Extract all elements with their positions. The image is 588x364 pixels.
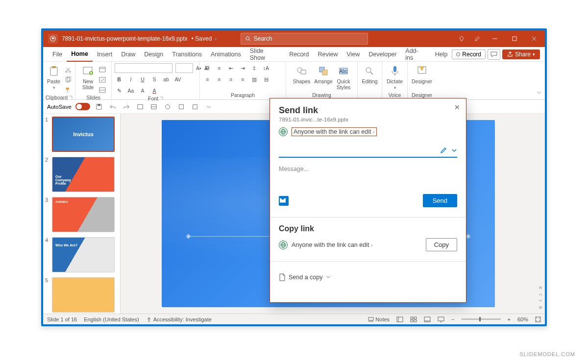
cut-icon[interactable] — [64, 65, 73, 74]
jump-down-icon[interactable] — [538, 305, 543, 310]
tab-view[interactable]: View — [342, 47, 364, 62]
share-message-input[interactable]: Message... — [279, 166, 457, 172]
notes-button[interactable]: Notes — [368, 316, 390, 322]
zoom-in-icon[interactable]: + — [508, 316, 511, 322]
fit-window-icon[interactable] — [535, 316, 541, 322]
quick-styles-button[interactable]: AbcQuick Styles — [336, 63, 352, 91]
record-button[interactable]: Record — [452, 49, 486, 59]
spacing-icon[interactable]: AV — [173, 75, 182, 84]
tab-addins[interactable]: Add-ins — [401, 47, 430, 62]
tab-help[interactable]: Help — [431, 47, 452, 62]
qat-4-icon[interactable] — [176, 102, 186, 112]
align-center-icon[interactable]: ≡ — [215, 75, 223, 84]
slide-thumbnails[interactable]: 1Invictus 2Our Company Profile 3AGENDA 4… — [43, 114, 121, 314]
send-button[interactable]: Send — [423, 194, 457, 207]
qat-1-icon[interactable] — [135, 102, 145, 112]
columns-icon[interactable]: ▥ — [250, 75, 259, 84]
new-slide-button[interactable]: New Slide — [80, 63, 96, 91]
redo-icon[interactable] — [122, 102, 131, 112]
editing-button[interactable]: Editing — [361, 63, 378, 86]
zoom-out-icon[interactable]: − — [451, 316, 454, 322]
copy-button[interactable]: Copy — [426, 238, 457, 251]
qat-5-icon[interactable] — [190, 102, 200, 112]
save-icon[interactable] — [94, 102, 104, 112]
prev-slide-icon[interactable] — [538, 292, 543, 297]
format-painter-icon[interactable] — [64, 86, 73, 95]
slide-counter[interactable]: Slide 1 of 16 — [47, 316, 77, 322]
share-recipients-input[interactable] — [279, 144, 457, 158]
case-icon[interactable]: Aa — [126, 86, 135, 95]
undo-icon[interactable] — [108, 102, 118, 112]
dictate-button[interactable]: Dictate — [386, 63, 404, 91]
tab-insert[interactable]: Insert — [93, 47, 117, 62]
reset-icon[interactable] — [98, 75, 107, 84]
autosave-toggle[interactable] — [75, 103, 90, 110]
tab-design[interactable]: Design — [140, 47, 168, 62]
clear-format-icon[interactable]: A — [138, 86, 147, 95]
scroll-arrows[interactable] — [536, 114, 545, 314]
close-button[interactable] — [526, 30, 542, 47]
justify-icon[interactable]: ≡ — [238, 75, 247, 84]
designer-button[interactable]: Designer — [411, 63, 433, 86]
share-button[interactable]: Share ▾ — [502, 49, 540, 59]
slideshow-view-icon[interactable] — [438, 316, 444, 322]
comments-button[interactable] — [488, 49, 500, 60]
indent-dec-icon[interactable]: ⇤ — [226, 64, 235, 73]
bullets-icon[interactable]: ☰ — [203, 64, 212, 73]
ribbon-collapse-icon[interactable] — [536, 90, 542, 97]
section-icon[interactable] — [98, 86, 107, 95]
thumb-5[interactable]: 5 — [45, 277, 118, 313]
tab-developer[interactable]: Developer — [364, 47, 401, 62]
align-right-icon[interactable]: ≡ — [226, 75, 235, 84]
bold-icon[interactable]: B — [115, 75, 123, 84]
qat-2-icon[interactable] — [149, 102, 159, 112]
sorter-view-icon[interactable] — [410, 316, 417, 322]
normal-view-icon[interactable] — [396, 316, 403, 322]
tab-record[interactable]: Record — [285, 47, 313, 62]
tab-draw[interactable]: Draw — [117, 47, 140, 62]
font-size-select[interactable] — [175, 63, 193, 73]
indent-inc-icon[interactable]: ⇥ — [238, 64, 247, 73]
numbering-icon[interactable]: ≡ — [215, 64, 223, 73]
copy-icon[interactable] — [64, 75, 73, 84]
font-color-icon[interactable]: A — [150, 86, 159, 95]
pen-icon[interactable] — [471, 35, 483, 42]
minimize-button[interactable] — [487, 30, 503, 47]
language-status[interactable]: English (United States) — [84, 316, 139, 322]
underline-icon[interactable]: U — [138, 75, 147, 84]
qat-3-icon[interactable] — [163, 102, 172, 112]
zoom-slider[interactable] — [462, 318, 501, 320]
layout-icon[interactable] — [98, 65, 107, 74]
pencil-icon[interactable] — [440, 146, 447, 154]
tab-review[interactable]: Review — [313, 47, 342, 62]
share-permission-row[interactable]: Anyone with the link can edit › — [279, 127, 457, 136]
thumb-3[interactable]: 3AGENDA — [45, 197, 118, 232]
maximize-button[interactable] — [507, 30, 522, 47]
tab-file[interactable]: File — [48, 47, 67, 62]
align-text-icon[interactable]: ⊟ — [262, 75, 270, 84]
text-direction-icon[interactable]: ↕A — [262, 64, 270, 73]
qat-more-icon[interactable] — [204, 102, 214, 112]
align-left-icon[interactable]: ≡ — [203, 75, 212, 84]
zoom-level[interactable]: 60% — [517, 316, 528, 322]
accessibility-status[interactable]: Accessibility: Investigate — [146, 316, 212, 322]
reading-view-icon[interactable] — [424, 316, 431, 322]
tab-home[interactable]: Home — [67, 47, 93, 62]
line-spacing-icon[interactable]: ‡ — [250, 64, 259, 73]
tab-animations[interactable]: Animations — [206, 47, 245, 62]
send-a-copy-row[interactable]: Send a copy — [279, 273, 457, 281]
dialog-close-icon[interactable]: ✕ — [454, 103, 460, 111]
outlook-icon[interactable] — [279, 196, 289, 206]
italic-icon[interactable]: I — [126, 75, 135, 84]
highlight-icon[interactable]: ✎ — [115, 86, 123, 95]
thumb-2[interactable]: 2Our Company Profile — [45, 157, 118, 192]
shapes-button[interactable]: Shapes — [292, 63, 312, 86]
copy-permission-row[interactable]: Anyone with the link can edit › — [279, 241, 373, 249]
thumb-4[interactable]: 4Who We Are? — [45, 237, 118, 272]
strike-icon[interactable]: S — [150, 75, 159, 84]
jump-up-icon[interactable] — [538, 286, 543, 291]
diamond-icon[interactable] — [456, 35, 467, 42]
tab-slideshow[interactable]: Slide Show — [245, 47, 285, 62]
paste-button[interactable]: Paste — [46, 63, 62, 91]
chevron-down-icon[interactable] — [451, 147, 457, 153]
